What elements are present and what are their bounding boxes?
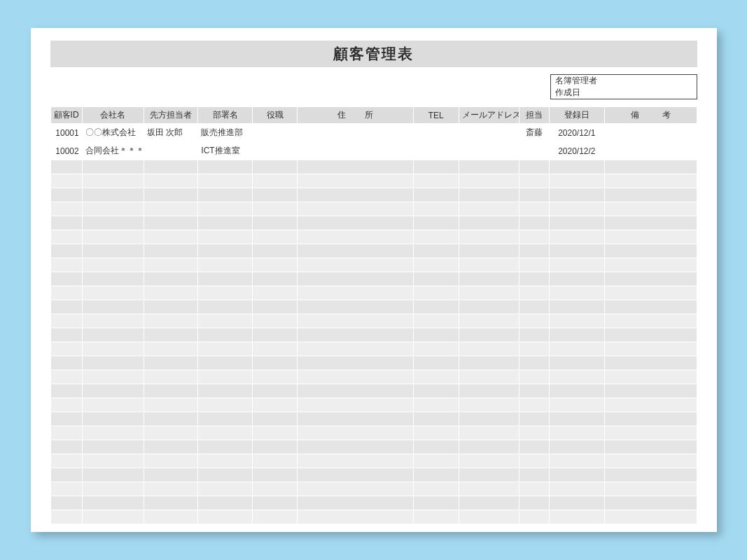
table-row <box>50 454 697 468</box>
table-header-row: 顧客ID 会社名 先方担当者 部署名 役職 住 所 TEL メールアドレス 担当… <box>50 107 697 124</box>
table-row <box>50 286 697 300</box>
table-row <box>50 342 697 356</box>
cell-tel <box>413 142 459 160</box>
table-row: 10002 合同会社＊＊＊ ICT推進室 2020/12/2 <box>50 142 697 160</box>
header-addr: 住 所 <box>298 107 414 124</box>
cell-addr <box>298 142 414 160</box>
cell-addr <box>298 124 414 142</box>
cell-staff <box>519 142 549 160</box>
table-row <box>50 426 697 440</box>
table-row: 10001 〇〇株式会社 坂田 次郎 販売推進部 斎藤 2020/12/1 <box>50 124 697 142</box>
cell-remarks <box>605 124 697 142</box>
header-title: 役職 <box>252 107 298 124</box>
meta-manager: 名簿管理者 <box>551 75 697 87</box>
header-dept: 部署名 <box>198 107 252 124</box>
table-row <box>50 216 697 230</box>
table-row <box>50 230 697 244</box>
table-row <box>50 384 697 398</box>
customer-table: 顧客ID 会社名 先方担当者 部署名 役職 住 所 TEL メールアドレス 担当… <box>50 106 697 524</box>
header-email: メールアドレス <box>459 107 519 124</box>
table-row <box>50 496 697 510</box>
header-id: 顧客ID <box>50 107 82 124</box>
table-row <box>50 370 697 384</box>
cell-id: 10001 <box>50 124 82 142</box>
header-remarks: 備 考 <box>605 107 697 124</box>
meta-created: 作成日 <box>551 87 697 99</box>
cell-company: 〇〇株式会社 <box>82 124 144 142</box>
cell-email <box>459 124 519 142</box>
table-row <box>50 314 697 328</box>
cell-title <box>252 142 298 160</box>
table-row <box>50 412 697 426</box>
cell-id: 10002 <box>50 142 82 160</box>
header-date: 登録日 <box>549 107 605 124</box>
table-row <box>50 300 697 314</box>
table-row <box>50 188 697 202</box>
table-row <box>50 482 697 496</box>
header-company: 会社名 <box>82 107 144 124</box>
cell-contact: 坂田 次郎 <box>144 124 197 142</box>
cell-staff: 斎藤 <box>519 124 549 142</box>
table-row <box>50 356 697 370</box>
cell-tel <box>413 124 459 142</box>
table-row <box>50 440 697 454</box>
table-row <box>50 510 697 524</box>
cell-contact <box>144 142 197 160</box>
page-title: 顧客管理表 <box>50 41 697 67</box>
cell-title <box>252 124 298 142</box>
meta-box: 名簿管理者 作成日 <box>550 74 697 99</box>
cell-company: 合同会社＊＊＊ <box>82 142 144 160</box>
table-row <box>50 468 697 482</box>
table-row <box>50 174 697 188</box>
cell-dept: 販売推進部 <box>198 124 252 142</box>
header-staff: 担当 <box>519 107 549 124</box>
cell-dept: ICT推進室 <box>198 142 252 160</box>
table-row <box>50 258 697 272</box>
header-tel: TEL <box>413 107 459 124</box>
table-row <box>50 244 697 258</box>
table-row <box>50 202 697 216</box>
cell-remarks <box>605 142 697 160</box>
table-row <box>50 398 697 412</box>
table-row <box>50 328 697 342</box>
cell-email <box>459 142 519 160</box>
cell-date: 2020/12/1 <box>549 124 605 142</box>
document-sheet: 顧客管理表 名簿管理者 作成日 顧客ID 会社名 先方担当者 部署名 役職 住 … <box>31 28 717 532</box>
header-contact: 先方担当者 <box>144 107 197 124</box>
table-body: 10001 〇〇株式会社 坂田 次郎 販売推進部 斎藤 2020/12/1 10… <box>50 124 697 524</box>
table-row <box>50 272 697 286</box>
cell-date: 2020/12/2 <box>549 142 605 160</box>
table-row <box>50 160 697 174</box>
